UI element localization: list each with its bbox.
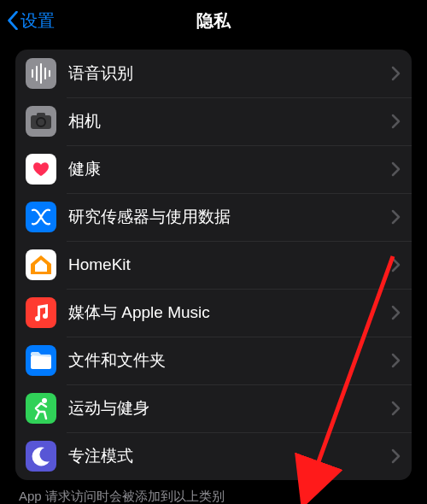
row-focus[interactable]: 专注模式 — [15, 432, 412, 480]
chevron-left-icon — [7, 11, 19, 30]
row-label: 研究传感器与使用数据 — [68, 206, 391, 228]
fitness-icon — [26, 393, 56, 424]
speech-recognition-icon — [26, 58, 56, 89]
folder-icon — [26, 345, 56, 376]
row-label: 运动与健身 — [68, 397, 391, 419]
row-label: HomeKit — [68, 255, 391, 274]
row-label: 语音识别 — [68, 62, 391, 85]
row-label: 专注模式 — [68, 445, 391, 467]
row-media-apple-music[interactable]: 媒体与 Apple Music — [15, 289, 412, 337]
row-label: 相机 — [68, 110, 391, 132]
row-research-sensor[interactable]: 研究传感器与使用数据 — [15, 193, 412, 241]
row-files-folders[interactable]: 文件和文件夹 — [15, 337, 412, 384]
nav-bar: 设置 隐私 — [0, 0, 427, 41]
chevron-right-icon — [391, 401, 401, 416]
health-icon — [26, 154, 56, 185]
row-health[interactable]: 健康 — [15, 145, 412, 193]
page-title: 隐私 — [0, 9, 427, 32]
chevron-right-icon — [391, 114, 401, 129]
svg-rect-8 — [31, 355, 51, 369]
chevron-right-icon — [391, 257, 401, 273]
svg-point-9 — [42, 398, 47, 403]
chevron-right-icon — [391, 448, 401, 464]
focus-moon-icon — [26, 441, 56, 472]
section-footer: App 请求访问时会被添加到以上类别 — [0, 480, 427, 504]
apple-music-icon — [26, 297, 56, 328]
svg-rect-7 — [37, 113, 45, 117]
row-homekit[interactable]: HomeKit — [15, 241, 412, 289]
row-label: 文件和文件夹 — [68, 349, 391, 372]
row-fitness[interactable]: 运动与健身 — [15, 384, 412, 432]
back-button[interactable]: 设置 — [7, 9, 55, 32]
row-label: 健康 — [68, 158, 391, 180]
back-label: 设置 — [20, 9, 55, 32]
row-label: 媒体与 Apple Music — [68, 302, 391, 324]
chevron-right-icon — [391, 66, 401, 81]
row-speech-recognition[interactable]: 语音识别 — [15, 50, 412, 97]
row-camera[interactable]: 相机 — [15, 97, 412, 145]
chevron-right-icon — [391, 161, 401, 177]
chevron-right-icon — [391, 353, 401, 368]
homekit-icon — [26, 249, 56, 280]
camera-icon — [26, 106, 56, 137]
chevron-right-icon — [391, 305, 401, 320]
settings-list: 语音识别 相机 健康 研究传感器与使用数据 HomeKit 媒体与 A — [15, 50, 412, 480]
chevron-right-icon — [391, 209, 401, 225]
research-sensor-icon — [26, 202, 56, 232]
